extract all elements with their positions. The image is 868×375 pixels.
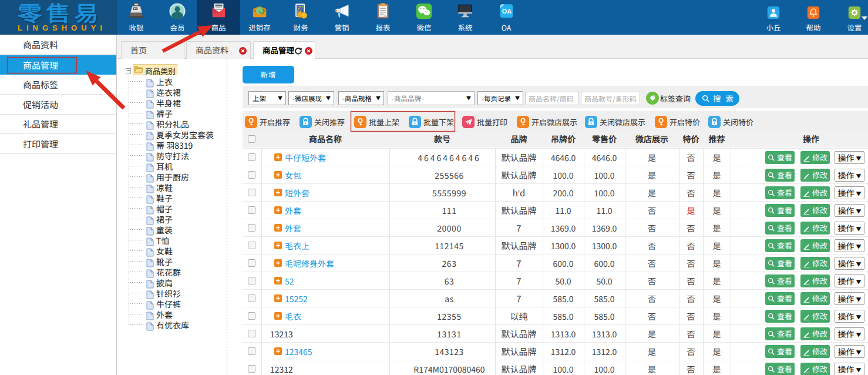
svg-text:OA: OA <box>502 8 512 15</box>
